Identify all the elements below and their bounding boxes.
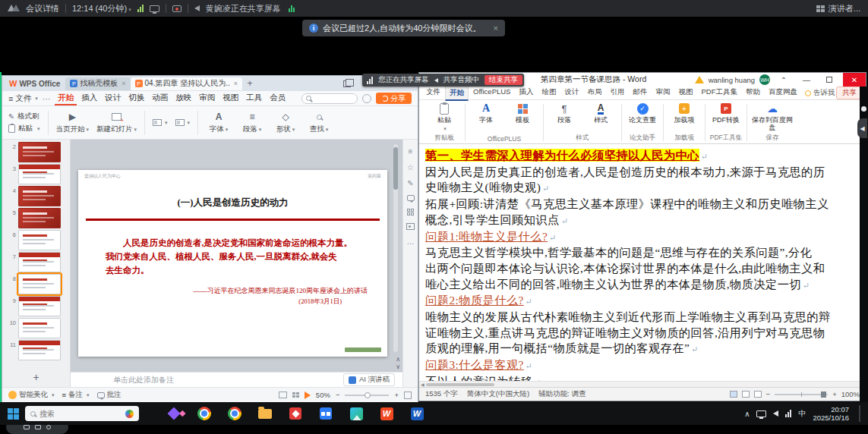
word-ribbon-tab[interactable]: 视图: [674, 86, 696, 101]
zoom-out-button[interactable]: −: [336, 391, 340, 399]
speaker-icon[interactable]: [194, 5, 200, 11]
format-painter-button[interactable]: ✎格式刷: [8, 112, 40, 121]
clock[interactable]: 20:07 2025/10/16: [813, 405, 849, 422]
addins-button[interactable]: +加载项: [668, 102, 701, 124]
paragraph-button[interactable]: ¶段落: [548, 102, 581, 124]
word-ribbon-tab[interactable]: 布局: [583, 86, 605, 101]
slide-thumbnail[interactable]: 8: [4, 274, 68, 294]
word-ribbon-tab[interactable]: 开始: [445, 86, 469, 101]
wps-menu-item[interactable]: 审阅: [196, 92, 218, 105]
slide-thumbnail[interactable]: 4: [4, 186, 68, 206]
toast-close-icon[interactable]: ×: [493, 24, 497, 33]
wps-icon[interactable]: [376, 403, 397, 424]
word-ribbon-tab[interactable]: PDF工具集: [697, 86, 741, 101]
panel-collapse-button[interactable]: ◀: [857, 118, 867, 138]
template-button[interactable]: 模板: [506, 102, 539, 124]
view-mode-button[interactable]: 演讲者...: [829, 3, 860, 14]
word-ribbon-tab[interactable]: 审阅: [652, 86, 674, 101]
blue-app-icon[interactable]: [315, 403, 336, 424]
avatar[interactable]: WH: [759, 74, 770, 85]
chrome-icon[interactable]: [194, 403, 215, 424]
slide-thumbnail[interactable]: 2: [4, 142, 68, 162]
red-app-icon[interactable]: [285, 403, 306, 424]
save-to-baidu-button[interactable]: ☁保存到百度网盘: [751, 102, 794, 131]
image-icon[interactable]: [406, 223, 415, 230]
print-layout-icon[interactable]: [742, 391, 750, 398]
wps-share-button[interactable]: 分享: [376, 93, 412, 104]
word-ribbon-tab[interactable]: 邮件: [629, 86, 651, 101]
scroll-left-icon[interactable]: ◀: [421, 382, 425, 387]
volume-icon[interactable]: [773, 410, 778, 417]
scrollbar-thumb[interactable]: [426, 383, 494, 386]
edit-icon[interactable]: ✎: [407, 179, 413, 187]
taskbar-search-box[interactable]: [25, 406, 139, 421]
accessibility-status[interactable]: 辅助功能: 调查: [538, 389, 586, 399]
fit-slide-icon[interactable]: [404, 392, 412, 399]
word-ribbon-tab[interactable]: OfficePLUS: [469, 86, 514, 101]
word-ribbon-tab[interactable]: 引用: [606, 86, 628, 101]
zoom-level[interactable]: 100%: [841, 390, 860, 398]
more-tools-icon[interactable]: …: [407, 237, 415, 246]
outline-pane-icon[interactable]: ≡: [409, 147, 413, 156]
word-ribbon-tab[interactable]: 百度网盘: [765, 86, 801, 101]
normal-view-icon[interactable]: [279, 392, 287, 398]
wps-menu-item[interactable]: 视图: [219, 92, 241, 105]
language-status[interactable]: 简体中文(中国大陆): [467, 389, 529, 399]
star-icon[interactable]: ☆: [407, 163, 414, 171]
close-button[interactable]: ✕: [843, 73, 866, 86]
ribbon-options-icon[interactable]: ⌃: [775, 73, 793, 86]
notes-toggle-button[interactable]: ≡ 备注▾: [62, 390, 90, 400]
word-share-button[interactable]: 共享: [836, 86, 863, 99]
slide-thumbnail[interactable]: 5: [4, 208, 68, 228]
smart-beautify-button[interactable]: 智能美化▾: [8, 390, 55, 400]
add-slide-button[interactable]: +: [4, 370, 68, 385]
account-icon[interactable]: [362, 94, 371, 103]
ai-sparkle-icon[interactable]: [163, 403, 185, 424]
zoom-in-button[interactable]: +: [394, 391, 399, 399]
account-name[interactable]: wanling huang: [709, 76, 755, 84]
word-ribbon-tab[interactable]: 设计: [560, 86, 582, 101]
zoom-slider[interactable]: [775, 394, 828, 395]
audio-sharing-label[interactable]: 共享音频中: [443, 75, 480, 85]
paste-button[interactable]: 粘贴▾: [8, 124, 40, 134]
slide-thumbnail[interactable]: 6: [4, 230, 68, 250]
styles-button[interactable]: A样式: [584, 102, 617, 124]
wps-window-restore-icon[interactable]: [343, 80, 351, 87]
camera-icon[interactable]: [24, 425, 30, 429]
word-ribbon-tab[interactable]: 帮助: [742, 86, 764, 101]
meeting-logo-icon[interactable]: [8, 4, 20, 13]
zoom-slider[interactable]: [345, 395, 389, 396]
wps-brand-button[interactable]: WWPS Office: [5, 79, 64, 88]
slide-thumbnail[interactable]: 3: [4, 164, 68, 184]
wps-menu-item[interactable]: 放映: [172, 92, 194, 105]
word-document[interactable]: 第一、学生需深入理解为什么必须坚持以人民为中心因为人民是历史真正的创造者,人民是…: [419, 144, 866, 381]
wps-menu-item[interactable]: 动画: [149, 92, 171, 105]
network-icon[interactable]: [785, 410, 791, 417]
chrome-icon-2[interactable]: [224, 403, 245, 424]
wps-menu-item[interactable]: 工具: [243, 92, 265, 105]
paragraph-button[interactable]: ≡段落▾: [239, 112, 265, 134]
word-ribbon-tab[interactable]: 插入: [515, 86, 537, 101]
wps-doc-tab[interactable]: P 04.第四章 坚持以人民为.. ×: [131, 77, 243, 90]
scroll-dot-icon[interactable]: [861, 106, 866, 112]
find-button[interactable]: 查找▾: [306, 112, 332, 134]
canvas-scrollbar[interactable]: [393, 144, 398, 352]
web-layout-icon[interactable]: [754, 391, 762, 398]
new-slide-button[interactable]: 新建幻灯片▾: [96, 112, 137, 134]
paste-button[interactable]: 粘贴▾: [428, 102, 461, 132]
grid-icon[interactable]: [407, 209, 414, 215]
word-icon[interactable]: [406, 403, 428, 424]
plagiarism-check-button[interactable]: ✓论文查重: [626, 102, 659, 124]
play-from-current-button[interactable]: ▶当页开始▾: [56, 112, 90, 134]
tab-close-icon[interactable]: ×: [234, 80, 238, 87]
zoom-in-button[interactable]: +: [832, 390, 837, 398]
screen-icon[interactable]: [35, 425, 41, 429]
record-icon[interactable]: [172, 5, 181, 12]
meeting-timer[interactable]: 12:14 (40分钟)▾: [72, 3, 131, 14]
zoom-out-button[interactable]: −: [766, 390, 771, 398]
word-count[interactable]: 1535 个字: [425, 389, 458, 399]
wps-more-menu[interactable]: ⋯: [43, 94, 51, 103]
warning-icon[interactable]: [695, 76, 704, 83]
wps-search-box[interactable]: [301, 93, 358, 104]
restore-button[interactable]: [820, 73, 838, 86]
